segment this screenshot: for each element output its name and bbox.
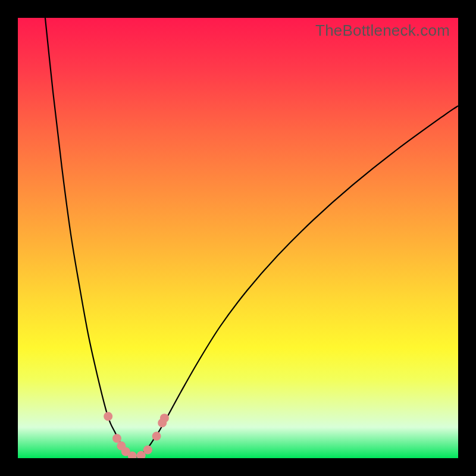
chart-frame: TheBottleneck.com [0,0,476,476]
plot-area: TheBottleneck.com [18,18,458,458]
data-point-marker [104,412,112,421]
data-point-marker [152,432,161,441]
curve-right-branch [137,106,458,457]
data-point-marker [112,434,121,443]
curve-left-branch [44,18,136,457]
chart-svg [18,18,458,458]
data-point-marker [143,445,152,454]
data-point-marker [160,414,169,422]
marker-group [104,412,169,458]
